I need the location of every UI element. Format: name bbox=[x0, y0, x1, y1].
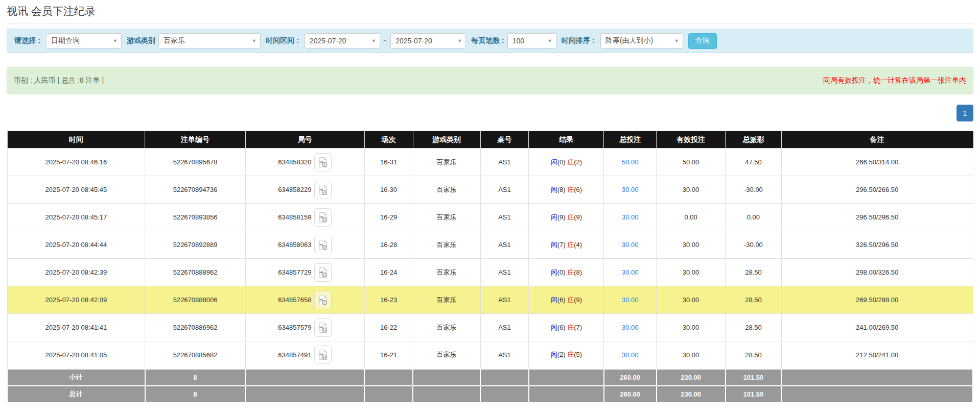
video-replay-button[interactable] bbox=[314, 318, 332, 337]
result-player-label: 闲 bbox=[551, 158, 557, 166]
cell-game-type: 百家乐 bbox=[413, 314, 480, 341]
game-type-select[interactable]: 百家乐 ▼ bbox=[158, 33, 261, 48]
cell-total-bet: 30.00 bbox=[604, 286, 657, 314]
date-from-select[interactable]: 2025-07-20 ▼ bbox=[305, 33, 380, 48]
result-player-label: 闲 bbox=[551, 241, 557, 249]
round-number-text: 634858159 bbox=[278, 213, 311, 221]
result-banker-score: (9) bbox=[574, 213, 582, 221]
cell-result: 闲(7) 庄(4) bbox=[529, 231, 604, 259]
cell-valid-bet: 50.00 bbox=[657, 149, 726, 176]
video-replay-button[interactable] bbox=[314, 181, 332, 199]
chevron-down-icon: ▼ bbox=[252, 38, 256, 43]
query-type-select[interactable]: 日期查询 ▼ bbox=[46, 33, 122, 48]
cell-time: 2025-07-20 08:42:09 bbox=[7, 286, 145, 314]
table-row: 2025-07-20 08:45:45 522670894736 6348582… bbox=[7, 176, 973, 204]
cell-result: 闲(6) 庄(7) bbox=[529, 314, 604, 341]
video-replay-button[interactable] bbox=[314, 236, 332, 254]
cell-table-number: AS1 bbox=[480, 231, 529, 259]
time-range-label: 时间区间： bbox=[266, 36, 301, 45]
page-size-select[interactable]: 100 ▼ bbox=[507, 33, 556, 48]
betting-records-page: 视讯 会员下注纪录 请选择： 日期查询 ▼ 游戏类别 百家乐 ▼ 时间区间： 2… bbox=[0, 0, 980, 418]
cell-payout: 28.50 bbox=[726, 341, 782, 369]
result-banker-label: 庄 bbox=[567, 158, 574, 166]
cell-valid-bet: 0.00 bbox=[657, 204, 726, 231]
summary-payout: 101.50 bbox=[726, 386, 782, 403]
cell-payout: 28.50 bbox=[726, 314, 782, 341]
cell-bet-number: 522670885682 bbox=[145, 341, 246, 369]
cell-valid-bet: 30.00 bbox=[657, 341, 726, 369]
cell-time: 2025-07-20 08:41:05 bbox=[7, 341, 145, 369]
result-player-score: (6) bbox=[557, 324, 566, 331]
cell-session: 16-21 bbox=[364, 341, 413, 369]
cell-table-number: AS1 bbox=[480, 286, 529, 314]
column-header-5: 桌号 bbox=[480, 131, 529, 149]
cell-table-number: AS1 bbox=[480, 149, 529, 176]
table-body: 2025-07-20 08:46:16 522670895678 6348583… bbox=[7, 149, 973, 369]
summary-total-bet: 260.00 bbox=[604, 386, 657, 403]
cell-round-number: 634857729 bbox=[245, 259, 364, 286]
summary-row: 总计 8 260.00 230.00 101.50 bbox=[7, 386, 973, 403]
video-replay-button[interactable] bbox=[314, 291, 332, 309]
result-player-score: (0) bbox=[557, 268, 566, 276]
total-bet-link[interactable]: 30.00 bbox=[622, 268, 639, 276]
total-bet-link[interactable]: 50.00 bbox=[622, 158, 639, 166]
cell-table-number: AS1 bbox=[480, 204, 529, 231]
total-bet-link[interactable]: 30.00 bbox=[622, 213, 639, 221]
result-player-score: (9) bbox=[557, 213, 566, 221]
date-to-select[interactable]: 2025-07-20 ▼ bbox=[390, 33, 466, 48]
column-header-7: 总投注 bbox=[604, 131, 657, 149]
cell-payout: 28.50 bbox=[726, 259, 782, 286]
total-bet-link[interactable]: 30.00 bbox=[622, 324, 639, 331]
cell-time: 2025-07-20 08:44:44 bbox=[7, 231, 145, 259]
video-replay-button[interactable] bbox=[314, 263, 332, 282]
column-header-2: 局号 bbox=[245, 131, 364, 149]
cell-game-type: 百家乐 bbox=[413, 204, 480, 231]
result-player-score: (7) bbox=[557, 241, 566, 249]
column-header-1: 注单编号 bbox=[145, 131, 246, 149]
cell-bet-number: 522670886962 bbox=[145, 314, 246, 341]
cell-time: 2025-07-20 08:42:39 bbox=[7, 259, 145, 286]
video-replay-button[interactable] bbox=[314, 153, 332, 171]
cell-total-bet: 30.00 bbox=[604, 341, 657, 369]
round-number-text: 634857658 bbox=[278, 296, 311, 304]
video-file-icon bbox=[318, 184, 328, 195]
result-player-label: 闲 bbox=[551, 186, 557, 193]
filter-bar: 请选择： 日期查询 ▼ 游戏类别 百家乐 ▼ 时间区间： 2025-07-20 … bbox=[7, 29, 973, 53]
column-header-9: 总派彩 bbox=[726, 131, 782, 149]
cell-valid-bet: 30.00 bbox=[657, 176, 726, 204]
search-button[interactable]: 查询 bbox=[688, 33, 717, 49]
date-range-separator: ~ bbox=[383, 37, 387, 45]
currency-total-text: 币别 : 人民币 | 总共 :8 注单 | bbox=[14, 76, 104, 85]
cell-remark: 269.50/298.00 bbox=[781, 286, 973, 314]
video-replay-button[interactable] bbox=[314, 346, 332, 364]
sort-select[interactable]: 降幂(由大到小) ▼ bbox=[600, 33, 683, 48]
cell-time: 2025-07-20 08:45:17 bbox=[7, 204, 145, 231]
sort-label: 时间排序： bbox=[562, 36, 597, 45]
cell-total-bet: 30.00 bbox=[604, 231, 657, 259]
cell-remark: 296.50/296.50 bbox=[781, 204, 973, 231]
chevron-down-icon: ▼ bbox=[548, 38, 552, 43]
cell-remark: 326.50/296.50 bbox=[781, 231, 973, 259]
cell-game-type: 百家乐 bbox=[413, 231, 480, 259]
game-type-label: 游戏类别 bbox=[127, 36, 155, 45]
summary-label: 总计 bbox=[7, 386, 145, 403]
total-bet-link[interactable]: 30.00 bbox=[622, 241, 639, 249]
result-player-label: 闲 bbox=[551, 351, 557, 358]
pagination-top: 1 bbox=[7, 105, 973, 121]
page-1-button[interactable]: 1 bbox=[956, 105, 973, 121]
result-banker-score: (5) bbox=[574, 351, 582, 358]
cell-table-number: AS1 bbox=[480, 176, 529, 204]
cell-bet-number: 522670894736 bbox=[145, 176, 246, 204]
total-bet-link[interactable]: 30.00 bbox=[622, 351, 639, 359]
total-bet-link[interactable]: 30.00 bbox=[622, 296, 639, 304]
table-row: 2025-07-20 08:41:05 522670885682 6348574… bbox=[7, 341, 973, 369]
cell-result: 闲(2) 庄(5) bbox=[529, 341, 604, 369]
video-file-icon bbox=[318, 294, 328, 306]
result-player-label: 闲 bbox=[551, 213, 557, 221]
video-replay-button[interactable] bbox=[314, 208, 332, 227]
cell-remark: 298.00/326.50 bbox=[781, 259, 973, 286]
page-size-label: 每页笔数 : bbox=[471, 36, 504, 45]
cell-round-number: 634857491 bbox=[245, 341, 364, 369]
cell-session: 16-31 bbox=[364, 149, 413, 176]
total-bet-link[interactable]: 30.00 bbox=[622, 186, 639, 193]
